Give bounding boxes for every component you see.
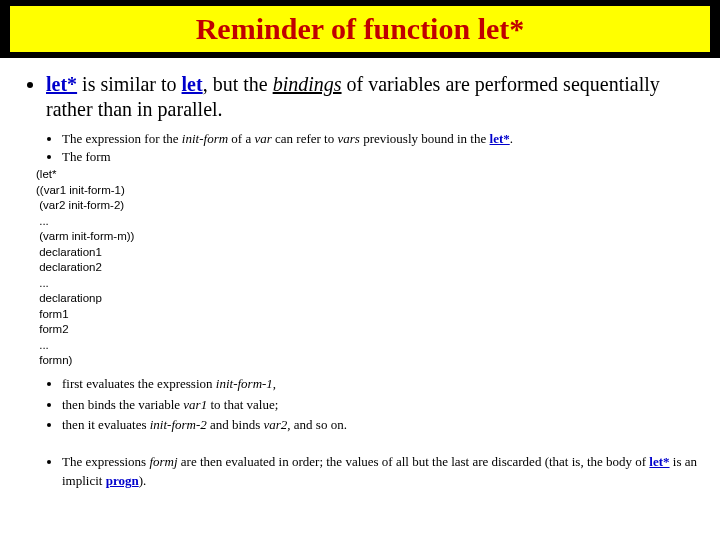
text: The expressions bbox=[62, 454, 149, 469]
code-line: (var2 init-form-2) bbox=[36, 199, 124, 211]
code-line: form2 bbox=[36, 323, 69, 335]
sub-bullet-list-3: The expressions formj are then evaluated… bbox=[22, 453, 698, 491]
sub-bullet-item: The expression for the init-form of a va… bbox=[62, 130, 698, 148]
code-block: (let* ((var1 init-form-1) (var2 init-for… bbox=[36, 167, 698, 369]
code-line: declaration1 bbox=[36, 246, 102, 258]
sub-bullet-list-2: first evaluates the expression init-form… bbox=[22, 375, 698, 436]
code-line: (varm init-form-m)) bbox=[36, 230, 134, 242]
text: can refer to bbox=[272, 131, 338, 146]
text: of a bbox=[228, 131, 254, 146]
code-line: ... bbox=[36, 215, 49, 227]
text: , bbox=[273, 376, 276, 391]
link-progn[interactable]: progn bbox=[106, 473, 139, 488]
code-line: ... bbox=[36, 277, 49, 289]
sub-bullet-list-1: The expression for the init-form of a va… bbox=[22, 130, 698, 165]
main-bullet-item: let* is similar to let, but the bindings… bbox=[46, 72, 698, 122]
code-line: declarationp bbox=[36, 292, 102, 304]
link-letstar-2[interactable]: let* bbox=[490, 131, 510, 146]
init-form-1-word: init-form-1 bbox=[216, 376, 273, 391]
text: The expression for the bbox=[62, 131, 182, 146]
text: are then evaluated in order; the values … bbox=[178, 454, 650, 469]
text: to that value; bbox=[207, 397, 278, 412]
code-line: ((var1 init-form-1) bbox=[36, 184, 125, 196]
main-bullet-list: let* is similar to let, but the bindings… bbox=[22, 72, 698, 122]
text: then binds the variable bbox=[62, 397, 183, 412]
var1-word: var1 bbox=[183, 397, 207, 412]
text: previously bound in the bbox=[360, 131, 490, 146]
link-letstar[interactable]: let* bbox=[46, 73, 77, 95]
link-letstar-3[interactable]: let* bbox=[649, 454, 669, 469]
sub-bullet-item: first evaluates the expression init-form… bbox=[62, 375, 698, 394]
text: then it evaluates bbox=[62, 417, 150, 432]
init-form-word: init-form bbox=[182, 131, 228, 146]
link-let[interactable]: let bbox=[182, 73, 203, 95]
text: and binds bbox=[207, 417, 264, 432]
slide-title: Reminder of function let* bbox=[196, 12, 525, 46]
text: is similar to bbox=[77, 73, 181, 95]
title-bar: Reminder of function let* bbox=[0, 0, 720, 58]
init-form-2-word: init-form-2 bbox=[150, 417, 207, 432]
code-line: form1 bbox=[36, 308, 69, 320]
text: ). bbox=[139, 473, 147, 488]
title-highlight: Reminder of function let* bbox=[10, 6, 710, 52]
text: first evaluates the expression bbox=[62, 376, 216, 391]
bindings-word: bindings bbox=[273, 73, 342, 95]
vars-word: vars bbox=[337, 131, 359, 146]
var-word: var bbox=[254, 131, 271, 146]
text: . bbox=[510, 131, 513, 146]
sub-bullet-item: then it evaluates init-form-2 and binds … bbox=[62, 416, 698, 435]
sub-bullet-item: then binds the variable var1 to that val… bbox=[62, 396, 698, 415]
formj-word: formj bbox=[149, 454, 177, 469]
spacer bbox=[22, 443, 698, 449]
code-line: ... bbox=[36, 339, 49, 351]
sub-bullet-item: The form bbox=[62, 148, 698, 166]
slide-content: let* is similar to let, but the bindings… bbox=[0, 58, 720, 491]
code-line: formn) bbox=[36, 354, 72, 366]
text: , and so on. bbox=[287, 417, 347, 432]
text: , but the bbox=[203, 73, 273, 95]
code-line: (let* bbox=[36, 168, 56, 180]
text: The form bbox=[62, 149, 111, 164]
var2-word: var2 bbox=[263, 417, 287, 432]
code-line: declaration2 bbox=[36, 261, 102, 273]
sub-bullet-item: The expressions formj are then evaluated… bbox=[62, 453, 698, 491]
